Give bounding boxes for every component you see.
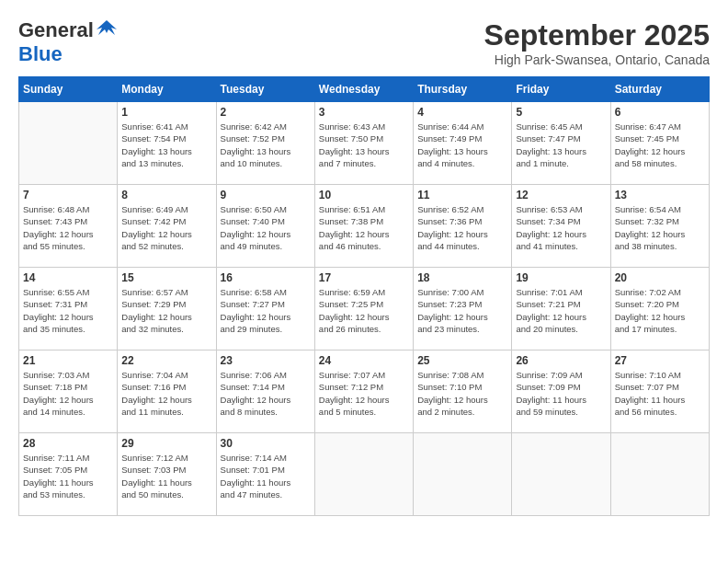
day-number: 26 [516, 354, 606, 367]
day-number: 20 [615, 271, 705, 284]
day-info: Sunrise: 7:04 AM Sunset: 7:16 PM Dayligh… [121, 369, 211, 418]
calendar-cell: 28Sunrise: 7:11 AM Sunset: 7:05 PM Dayli… [19, 433, 118, 516]
week-row-4: 21Sunrise: 7:03 AM Sunset: 7:18 PM Dayli… [19, 350, 710, 433]
calendar-cell: 12Sunrise: 6:53 AM Sunset: 7:34 PM Dayli… [512, 185, 610, 268]
day-number: 15 [121, 271, 211, 284]
day-number: 21 [23, 354, 113, 367]
calendar-cell: 7Sunrise: 6:48 AM Sunset: 7:43 PM Daylig… [19, 185, 118, 268]
calendar-cell: 29Sunrise: 7:12 AM Sunset: 7:03 PM Dayli… [118, 433, 216, 516]
calendar-cell: 3Sunrise: 6:43 AM Sunset: 7:50 PM Daylig… [314, 102, 413, 185]
weekday-header-sunday: Sunday [19, 77, 118, 102]
day-info: Sunrise: 7:01 AM Sunset: 7:21 PM Dayligh… [516, 286, 606, 335]
location-subtitle: High Park-Swansea, Ontario, Canada [484, 52, 710, 67]
calendar-cell [19, 102, 118, 185]
day-number: 28 [23, 437, 113, 450]
logo-general: General [18, 18, 94, 42]
day-info: Sunrise: 6:59 AM Sunset: 7:25 PM Dayligh… [319, 286, 409, 335]
day-info: Sunrise: 7:08 AM Sunset: 7:10 PM Dayligh… [417, 369, 507, 418]
day-info: Sunrise: 6:44 AM Sunset: 7:49 PM Dayligh… [417, 121, 507, 169]
calendar-cell: 15Sunrise: 6:57 AM Sunset: 7:29 PM Dayli… [118, 268, 216, 350]
day-info: Sunrise: 7:00 AM Sunset: 7:23 PM Dayligh… [417, 286, 507, 335]
calendar-cell: 23Sunrise: 7:06 AM Sunset: 7:14 PM Dayli… [216, 350, 314, 433]
calendar-cell: 24Sunrise: 7:07 AM Sunset: 7:12 PM Dayli… [314, 350, 413, 433]
calendar-cell: 14Sunrise: 6:55 AM Sunset: 7:31 PM Dayli… [19, 268, 118, 350]
calendar-cell: 18Sunrise: 7:00 AM Sunset: 7:23 PM Dayli… [414, 268, 512, 350]
page-header: General Blue September 2025 High Park-Sw… [18, 18, 710, 67]
calendar-cell: 9Sunrise: 6:50 AM Sunset: 7:40 PM Daylig… [216, 185, 314, 268]
week-row-5: 28Sunrise: 7:11 AM Sunset: 7:05 PM Dayli… [19, 433, 710, 516]
svg-marker-0 [97, 20, 117, 35]
calendar-cell: 21Sunrise: 7:03 AM Sunset: 7:18 PM Dayli… [19, 350, 118, 433]
calendar-cell [610, 433, 709, 516]
day-number: 25 [417, 354, 507, 367]
day-number: 30 [221, 437, 311, 450]
day-number: 9 [221, 189, 311, 201]
weekday-header-tuesday: Tuesday [216, 77, 314, 102]
week-row-3: 14Sunrise: 6:55 AM Sunset: 7:31 PM Dayli… [19, 268, 710, 350]
calendar-cell: 2Sunrise: 6:42 AM Sunset: 7:52 PM Daylig… [216, 102, 314, 185]
day-number: 4 [417, 106, 507, 119]
calendar-cell: 16Sunrise: 6:58 AM Sunset: 7:27 PM Dayli… [216, 268, 314, 350]
day-info: Sunrise: 6:41 AM Sunset: 7:54 PM Dayligh… [121, 121, 211, 169]
day-number: 3 [319, 106, 409, 119]
calendar-cell: 25Sunrise: 7:08 AM Sunset: 7:10 PM Dayli… [414, 350, 512, 433]
day-number: 2 [221, 106, 311, 119]
day-info: Sunrise: 6:55 AM Sunset: 7:31 PM Dayligh… [23, 286, 113, 335]
day-info: Sunrise: 6:47 AM Sunset: 7:45 PM Dayligh… [615, 121, 705, 169]
calendar-cell [314, 433, 413, 516]
month-title: September 2025 [484, 18, 710, 52]
day-number: 6 [615, 106, 705, 119]
calendar-cell: 6Sunrise: 6:47 AM Sunset: 7:45 PM Daylig… [610, 102, 709, 185]
day-info: Sunrise: 6:49 AM Sunset: 7:42 PM Dayligh… [121, 203, 211, 252]
weekday-header-monday: Monday [118, 77, 216, 102]
weekday-header-saturday: Saturday [610, 77, 709, 102]
day-number: 19 [516, 271, 606, 284]
day-info: Sunrise: 7:03 AM Sunset: 7:18 PM Dayligh… [23, 369, 113, 418]
day-number: 27 [615, 354, 705, 367]
day-info: Sunrise: 7:06 AM Sunset: 7:14 PM Dayligh… [221, 369, 311, 418]
calendar-cell: 22Sunrise: 7:04 AM Sunset: 7:16 PM Dayli… [118, 350, 216, 433]
week-row-1: 1Sunrise: 6:41 AM Sunset: 7:54 PM Daylig… [19, 102, 710, 185]
day-info: Sunrise: 6:48 AM Sunset: 7:43 PM Dayligh… [23, 203, 113, 252]
week-row-2: 7Sunrise: 6:48 AM Sunset: 7:43 PM Daylig… [19, 185, 710, 268]
day-info: Sunrise: 6:50 AM Sunset: 7:40 PM Dayligh… [221, 203, 311, 252]
day-number: 11 [417, 189, 507, 201]
calendar-cell: 17Sunrise: 6:59 AM Sunset: 7:25 PM Dayli… [314, 268, 413, 350]
weekday-header-row: SundayMondayTuesdayWednesdayThursdayFrid… [19, 77, 710, 102]
day-info: Sunrise: 6:58 AM Sunset: 7:27 PM Dayligh… [221, 286, 311, 335]
day-number: 1 [121, 106, 211, 119]
day-info: Sunrise: 7:07 AM Sunset: 7:12 PM Dayligh… [319, 369, 409, 418]
day-number: 29 [121, 437, 211, 450]
day-info: Sunrise: 6:54 AM Sunset: 7:32 PM Dayligh… [615, 203, 705, 252]
day-number: 23 [221, 354, 311, 367]
calendar-cell: 11Sunrise: 6:52 AM Sunset: 7:36 PM Dayli… [414, 185, 512, 268]
calendar-cell: 4Sunrise: 6:44 AM Sunset: 7:49 PM Daylig… [414, 102, 512, 185]
day-number: 17 [319, 271, 409, 284]
title-area: September 2025 High Park-Swansea, Ontari… [484, 18, 710, 67]
calendar-cell: 10Sunrise: 6:51 AM Sunset: 7:38 PM Dayli… [314, 185, 413, 268]
day-info: Sunrise: 6:43 AM Sunset: 7:50 PM Dayligh… [319, 121, 409, 169]
day-info: Sunrise: 6:57 AM Sunset: 7:29 PM Dayligh… [121, 286, 211, 335]
day-number: 24 [319, 354, 409, 367]
day-info: Sunrise: 7:09 AM Sunset: 7:09 PM Dayligh… [516, 369, 606, 418]
day-info: Sunrise: 6:45 AM Sunset: 7:47 PM Dayligh… [516, 121, 606, 169]
day-number: 16 [221, 271, 311, 284]
day-number: 14 [23, 271, 113, 284]
calendar-cell [414, 433, 512, 516]
day-number: 13 [615, 189, 705, 201]
calendar-cell: 26Sunrise: 7:09 AM Sunset: 7:09 PM Dayli… [512, 350, 610, 433]
day-info: Sunrise: 6:42 AM Sunset: 7:52 PM Dayligh… [221, 121, 311, 169]
calendar-cell [512, 433, 610, 516]
day-number: 10 [319, 189, 409, 201]
day-info: Sunrise: 7:02 AM Sunset: 7:20 PM Dayligh… [615, 286, 705, 335]
weekday-header-thursday: Thursday [414, 77, 512, 102]
logo-blue: Blue [18, 42, 63, 66]
logo: General Blue [18, 18, 117, 66]
day-info: Sunrise: 7:12 AM Sunset: 7:03 PM Dayligh… [121, 452, 211, 500]
day-info: Sunrise: 6:52 AM Sunset: 7:36 PM Dayligh… [417, 203, 507, 252]
day-number: 8 [121, 189, 211, 201]
day-info: Sunrise: 7:10 AM Sunset: 7:07 PM Dayligh… [615, 369, 705, 418]
day-info: Sunrise: 6:53 AM Sunset: 7:34 PM Dayligh… [516, 203, 606, 252]
day-number: 5 [516, 106, 606, 119]
calendar-cell: 20Sunrise: 7:02 AM Sunset: 7:20 PM Dayli… [610, 268, 709, 350]
